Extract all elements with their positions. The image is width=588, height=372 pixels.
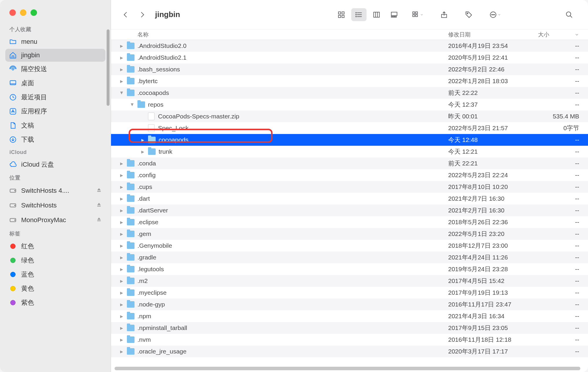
disclosure-icon[interactable]: ▶ bbox=[119, 185, 125, 189]
file-row[interactable]: ▶.nvm2016年11月18日 12:18-- bbox=[111, 334, 588, 346]
disclosure-icon[interactable]: ▼ bbox=[119, 90, 125, 95]
sidebar-item[interactable]: 文稿 bbox=[5, 119, 105, 132]
sidebar-item-label: MonoProxyMac bbox=[21, 216, 66, 224]
sidebar-item[interactable]: 蓝色 bbox=[5, 268, 105, 281]
disclosure-icon[interactable]: ▶ bbox=[140, 150, 146, 154]
file-row[interactable]: ▶cocoapods今天 12:48-- bbox=[111, 134, 588, 146]
file-size: -- bbox=[538, 313, 588, 320]
disclosure-icon[interactable]: ▶ bbox=[119, 56, 125, 60]
disclosure-icon[interactable]: ▶ bbox=[119, 173, 125, 177]
file-row[interactable]: ▼repos今天 12:37-- bbox=[111, 99, 588, 110]
file-row[interactable]: ▶.legutools2019年5月24日 23:28-- bbox=[111, 263, 588, 275]
group-by-button[interactable] bbox=[409, 8, 426, 21]
disclosure-icon[interactable]: ▶ bbox=[119, 279, 125, 283]
file-size: 535.4 MB bbox=[538, 113, 588, 120]
file-size: -- bbox=[538, 136, 588, 143]
disclosure-icon[interactable]: ▶ bbox=[119, 79, 125, 83]
disclosure-icon[interactable]: ▶ bbox=[119, 349, 125, 354]
disclosure-icon[interactable]: ▶ bbox=[119, 326, 125, 330]
sidebar-item[interactable]: 下载 bbox=[5, 133, 105, 146]
sidebar-item-label: SwitchHosts 4.... bbox=[21, 187, 69, 195]
icon-view-button[interactable] bbox=[334, 8, 349, 21]
svg-line-44 bbox=[570, 16, 572, 18]
sidebar-item[interactable]: menu bbox=[5, 35, 105, 48]
disclosure-icon[interactable]: ▶ bbox=[119, 220, 125, 224]
close-window-button[interactable] bbox=[9, 9, 16, 16]
sidebar-item[interactable]: SwitchHosts bbox=[5, 198, 105, 212]
minimize-window-button[interactable] bbox=[20, 9, 26, 16]
column-date[interactable]: 修改日期 bbox=[448, 31, 538, 38]
back-button[interactable] bbox=[119, 8, 132, 21]
disclosure-icon[interactable]: ▶ bbox=[119, 314, 125, 319]
sidebar-item[interactable]: 最近项目 bbox=[5, 91, 105, 104]
column-size[interactable]: 大小 bbox=[538, 31, 588, 38]
horizontal-scrollbar[interactable] bbox=[115, 367, 580, 370]
column-view-button[interactable] bbox=[369, 8, 384, 21]
file-row[interactable]: ▶.cups2017年8月10日 10:20-- bbox=[111, 181, 588, 193]
actions-button[interactable] bbox=[486, 8, 504, 21]
file-row[interactable]: CocoaPods-Specs-master.zip昨天 00:01535.4 … bbox=[111, 110, 588, 122]
disclosure-icon[interactable]: ▶ bbox=[119, 67, 125, 72]
svg-point-0 bbox=[12, 68, 14, 70]
column-name[interactable]: 名称 bbox=[111, 31, 448, 38]
file-row[interactable]: ▶.gem2022年5月1日 23:20-- bbox=[111, 228, 588, 240]
file-row[interactable]: ▶.AndroidStudio2.12020年5月19日 22:41-- bbox=[111, 52, 588, 63]
search-button[interactable] bbox=[562, 8, 576, 21]
tags-button[interactable] bbox=[462, 8, 476, 21]
disclosure-icon[interactable]: ▶ bbox=[140, 138, 146, 142]
file-row[interactable]: ▶.npminstall_tarball2017年9月15日 23:05-- bbox=[111, 322, 588, 334]
file-date: 2022年5月2日 22:46 bbox=[448, 65, 538, 73]
file-row[interactable]: ▶.gradle2021年4月24日 11:26-- bbox=[111, 252, 588, 263]
sidebar-item[interactable]: MonoProxyMac bbox=[5, 213, 105, 227]
disclosure-icon[interactable]: ▼ bbox=[129, 102, 135, 107]
sidebar-item[interactable]: iCloud 云盘 bbox=[5, 158, 105, 171]
file-row[interactable]: ▶.config2022年5月23日 22:24-- bbox=[111, 169, 588, 181]
file-row[interactable]: ▶.AndroidStudio2.02016年4月19日 23:54-- bbox=[111, 40, 588, 52]
file-row[interactable]: ▶.bytertc2022年1月28日 18:03-- bbox=[111, 75, 588, 87]
sidebar-item[interactable]: 隔空投送 bbox=[5, 62, 105, 76]
sidebar-item[interactable]: 绿色 bbox=[5, 254, 105, 267]
sidebar-item[interactable]: jingbin bbox=[5, 49, 105, 62]
sidebar-item[interactable]: 红色 bbox=[5, 239, 105, 253]
disclosure-icon[interactable]: ▶ bbox=[119, 302, 125, 307]
file-row[interactable]: ▶.oracle_jre_usage2020年3月17日 17:17-- bbox=[111, 346, 588, 357]
sidebar-item[interactable]: 紫色 bbox=[5, 296, 105, 309]
file-row[interactable]: ▶.dart2021年2月7日 16:30-- bbox=[111, 193, 588, 205]
sidebar-item[interactable]: 桌面 bbox=[5, 76, 105, 90]
sidebar-item[interactable]: 黄色 bbox=[5, 282, 105, 295]
eject-icon[interactable] bbox=[96, 201, 102, 210]
eject-icon[interactable] bbox=[96, 186, 102, 195]
disclosure-icon[interactable]: ▶ bbox=[119, 161, 125, 166]
disclosure-icon[interactable]: ▶ bbox=[119, 338, 125, 342]
file-row[interactable]: Spec_Lock2022年5月23日 21:570字节 bbox=[111, 122, 588, 134]
file-row[interactable]: ▶.Genymobile2018年12月7日 23:00-- bbox=[111, 240, 588, 252]
disclosure-icon[interactable]: ▶ bbox=[119, 44, 125, 48]
file-row[interactable]: ▶.node-gyp2016年11月17日 23:47-- bbox=[111, 299, 588, 310]
sidebar-item[interactable]: 应用程序 bbox=[5, 105, 105, 118]
sidebar-scrollbar[interactable] bbox=[107, 29, 110, 106]
disclosure-icon[interactable]: ▶ bbox=[119, 197, 125, 201]
disclosure-icon[interactable]: ▶ bbox=[119, 267, 125, 272]
eject-icon[interactable] bbox=[96, 215, 102, 225]
share-button[interactable] bbox=[437, 8, 451, 21]
file-row[interactable]: ▶.dartServer2021年2月7日 16:30-- bbox=[111, 205, 588, 216]
file-row[interactable]: ▶.eclipse2018年5月26日 22:36-- bbox=[111, 216, 588, 228]
disclosure-icon[interactable]: ▶ bbox=[119, 255, 125, 260]
file-row[interactable]: ▶.conda前天 22:21-- bbox=[111, 157, 588, 169]
gallery-view-button[interactable] bbox=[387, 8, 402, 21]
sidebar-item[interactable]: SwitchHosts 4.... bbox=[5, 184, 105, 198]
forward-button[interactable] bbox=[136, 8, 149, 21]
file-row[interactable]: ▶.myeclipse2017年9月19日 19:13-- bbox=[111, 287, 588, 299]
disclosure-icon[interactable]: ▶ bbox=[119, 244, 125, 248]
disclosure-icon[interactable]: ▶ bbox=[119, 291, 125, 295]
fullscreen-window-button[interactable] bbox=[31, 9, 37, 16]
file-row[interactable]: ▼.cocoapods前天 22:22-- bbox=[111, 87, 588, 99]
list-view-button[interactable] bbox=[351, 8, 367, 21]
file-row[interactable]: ▶.npm2021年4月3日 16:34-- bbox=[111, 310, 588, 322]
file-row[interactable]: ▶.m22017年4月5日 15:42-- bbox=[111, 275, 588, 287]
svg-rect-17 bbox=[342, 12, 344, 14]
disclosure-icon[interactable]: ▶ bbox=[119, 208, 125, 213]
file-row[interactable]: ▶trunk今天 12:21-- bbox=[111, 146, 588, 157]
file-row[interactable]: ▶.bash_sessions2022年5月2日 22:46-- bbox=[111, 63, 588, 75]
disclosure-icon[interactable]: ▶ bbox=[119, 232, 125, 236]
